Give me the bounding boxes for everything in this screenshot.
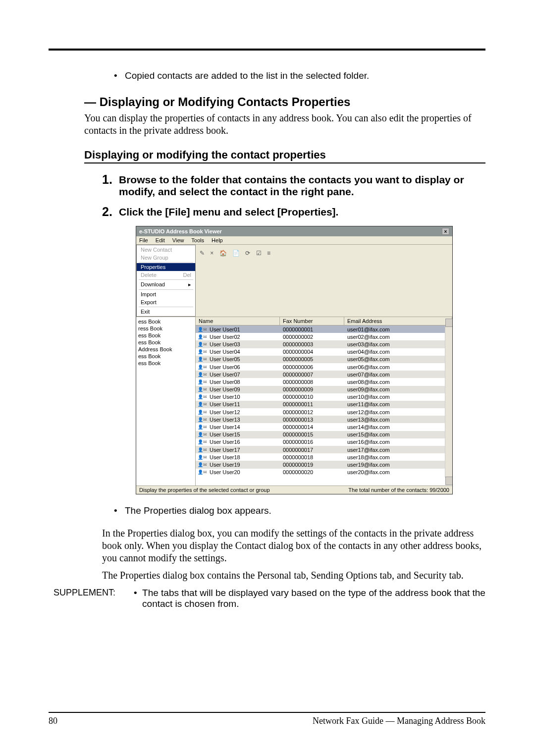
table-row[interactable]: 👤✉User User180000000018user18@ifax.com: [196, 453, 452, 461]
folder-tree[interactable]: ess Book ress Book ess Book ess Book Add…: [136, 317, 196, 486]
tree-item[interactable]: ess Book: [137, 332, 194, 339]
cell-name: User User11: [210, 401, 280, 407]
table-row[interactable]: 👤✉User User090000000009user09@ifax.com: [196, 386, 452, 393]
contact-icon: 👤✉: [196, 334, 210, 339]
menu-edit[interactable]: Edit: [156, 237, 165, 243]
cell-name: User User07: [210, 372, 280, 378]
col-name[interactable]: Name: [196, 317, 280, 325]
cell-fax: 0000000019: [280, 462, 344, 468]
cell-name: User User08: [210, 379, 280, 385]
col-email[interactable]: Email Address: [344, 317, 452, 325]
tree-item[interactable]: Address Book: [137, 346, 194, 353]
col-fax[interactable]: Fax Number: [280, 317, 344, 325]
table-row[interactable]: 👤✉User User160000000016user16@ifax.com: [196, 438, 452, 446]
cell-fax: 0000000017: [280, 447, 344, 453]
procedure-heading: Displaying or modifying the contact prop…: [84, 149, 485, 162]
tree-item[interactable]: ress Book: [137, 325, 194, 332]
cell-email: user08@ifax.com: [344, 379, 452, 385]
contact-list: Name Fax Number Email Address 👤✉User Use…: [196, 317, 452, 486]
contact-icon: 👤✉: [196, 432, 210, 437]
table-row[interactable]: 👤✉User User040000000004user04@ifax.com: [196, 348, 452, 356]
table-row[interactable]: 👤✉User User170000000017user17@ifax.com: [196, 446, 452, 453]
table-row[interactable]: 👤✉User User050000000005user05@ifax.com: [196, 356, 452, 363]
cell-email: user01@ifax.com: [344, 326, 452, 332]
table-row[interactable]: 👤✉User User060000000006user06@ifax.com: [196, 363, 452, 371]
cell-name: User User18: [210, 454, 280, 460]
cell-name: User User09: [210, 386, 280, 392]
top-rule: [49, 49, 485, 51]
cell-email: user19@ifax.com: [344, 462, 452, 468]
mi-export[interactable]: Export: [137, 298, 195, 306]
tree-item[interactable]: ess Book: [137, 360, 194, 367]
status-right: The total number of the contacts: 99/200…: [348, 487, 449, 493]
cell-fax: 0000000015: [280, 432, 344, 437]
statusbar: Display the properties of the selected c…: [136, 486, 452, 494]
table-row[interactable]: 👤✉User User010000000001user01@ifax.com: [196, 325, 452, 333]
cell-email: user07@ifax.com: [344, 372, 452, 378]
cell-name: User User20: [210, 469, 280, 475]
cell-name: User User16: [210, 439, 280, 445]
table-row[interactable]: 👤✉User User200000000020user20@ifax.com: [196, 469, 452, 476]
table-row[interactable]: 👤✉User User120000000012user12@ifax.com: [196, 408, 452, 416]
titlebar: e-STUDIO Address Book Viewer ×: [136, 226, 452, 236]
mi-properties[interactable]: Properties: [137, 263, 195, 271]
mi-exit[interactable]: Exit: [137, 308, 195, 316]
footer-title: Network Fax Guide — Managing Address Boo…: [313, 716, 485, 726]
table-row[interactable]: 👤✉User User190000000019user19@ifax.com: [196, 461, 452, 468]
contact-icon: 👤✉: [196, 447, 210, 452]
table-row[interactable]: 👤✉User User030000000003user03@ifax.com: [196, 340, 452, 348]
contact-icon: 👤✉: [196, 379, 210, 384]
step-2: 2. Click the [File] menu and select [Pro…: [102, 205, 485, 219]
cell-fax: 0000000018: [280, 454, 344, 460]
step-2-text: Click the [File] menu and select [Proper…: [119, 205, 338, 219]
cell-email: user16@ifax.com: [344, 439, 452, 445]
menu-file[interactable]: File: [139, 237, 148, 243]
page-number: 80: [49, 716, 57, 726]
mi-import[interactable]: Import: [137, 290, 195, 298]
step-1-number: 1.: [102, 172, 117, 198]
cell-email: user15@ifax.com: [344, 432, 452, 437]
table-row[interactable]: 👤✉User User150000000015user15@ifax.com: [196, 431, 452, 438]
table-row[interactable]: 👤✉User User110000000011user11@ifax.com: [196, 401, 452, 408]
menu-tools[interactable]: Tools: [191, 237, 204, 243]
menu-view[interactable]: View: [172, 237, 184, 243]
cell-fax: 0000000003: [280, 341, 344, 347]
contact-icon: 👤✉: [196, 455, 210, 460]
tree-item[interactable]: ess Book: [137, 353, 194, 360]
toolbar[interactable]: ✎ × 🏠 📄 ⟳ ☑ ≡: [196, 245, 452, 317]
contact-icon: 👤✉: [196, 394, 210, 399]
result-bullet: •The Properties dialog box appears.: [114, 505, 485, 516]
cell-fax: 0000000002: [280, 334, 344, 340]
contact-icon: 👤✉: [196, 327, 210, 332]
file-dropdown: New Contact New Group Properties DeleteD…: [136, 245, 196, 317]
tree-item[interactable]: ess Book: [137, 339, 194, 346]
table-row[interactable]: 👤✉User User070000000007user07@ifax.com: [196, 371, 452, 378]
tree-item[interactable]: ess Book: [137, 318, 194, 325]
section-description: You can display the properties of contac…: [84, 112, 485, 137]
cell-name: User User13: [210, 417, 280, 423]
mi-download[interactable]: Download▸: [137, 280, 195, 289]
cell-name: User User12: [210, 409, 280, 415]
supplement-text: The tabs that will be displayed vary bas…: [142, 588, 485, 609]
cell-fax: 0000000016: [280, 439, 344, 445]
menu-help[interactable]: Help: [212, 237, 223, 243]
cell-email: user12@ifax.com: [344, 409, 452, 415]
close-icon[interactable]: ×: [442, 228, 449, 235]
table-row[interactable]: 👤✉User User020000000002user02@ifax.com: [196, 333, 452, 340]
table-row[interactable]: 👤✉User User130000000013user13@ifax.com: [196, 416, 452, 423]
cell-fax: 0000000010: [280, 394, 344, 400]
contact-icon: 👤✉: [196, 349, 210, 354]
cell-name: User User19: [210, 462, 280, 468]
cell-name: User User05: [210, 356, 280, 362]
scrollbar-vertical[interactable]: [445, 326, 452, 478]
explanation-para-2: The Properties dialog box contains the P…: [102, 569, 485, 582]
cell-email: user02@ifax.com: [344, 334, 452, 340]
cell-fax: 0000000009: [280, 386, 344, 392]
table-row[interactable]: 👤✉User User100000000010user10@ifax.com: [196, 393, 452, 401]
contact-icon: 👤✉: [196, 425, 210, 430]
section-heading: — Displaying or Modifying Contacts Prope…: [84, 95, 485, 109]
cell-email: user06@ifax.com: [344, 364, 452, 370]
table-row[interactable]: 👤✉User User080000000008user08@ifax.com: [196, 378, 452, 385]
list-header: Name Fax Number Email Address: [196, 317, 452, 325]
table-row[interactable]: 👤✉User User140000000014user14@ifax.com: [196, 423, 452, 431]
